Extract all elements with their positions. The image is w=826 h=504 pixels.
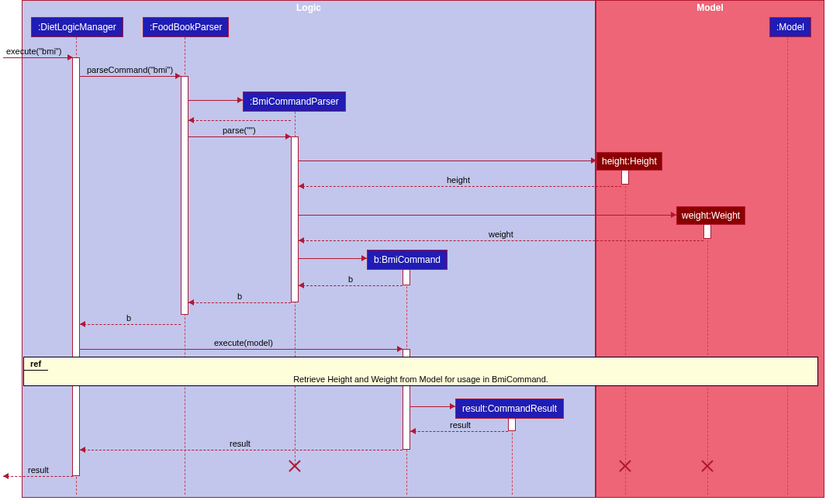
participant-model: :Model <box>769 17 811 37</box>
activation-height <box>621 169 629 185</box>
label-parsecommand: parseCommand("bmi") <box>87 65 173 74</box>
return-b-1 <box>299 285 403 286</box>
return-create-bcp <box>188 120 291 121</box>
label-b-3: b <box>126 313 131 323</box>
activation-weight <box>703 223 711 239</box>
arrowhead-create-bc <box>361 255 367 261</box>
return-b-2 <box>188 302 291 303</box>
ref-label: ref <box>24 357 48 371</box>
arrowhead-create-height <box>591 157 596 164</box>
destroy-bcp <box>289 460 301 472</box>
destroy-weight <box>701 460 714 472</box>
activation-result <box>508 417 516 431</box>
label-result-out: result <box>28 465 49 475</box>
participant-result: result:CommandResult <box>455 399 564 419</box>
arrowhead-create-weight <box>671 212 676 218</box>
arrowhead-return-b-1 <box>299 282 304 288</box>
arrowhead-return-bcp <box>188 117 194 123</box>
arrow-execute-model <box>80 349 403 350</box>
return-height <box>299 186 621 187</box>
return-b-3 <box>80 324 181 325</box>
return-result-out <box>3 476 73 477</box>
lifeline-height <box>625 171 626 495</box>
arrowhead-return-result-out <box>3 473 9 479</box>
arrowhead-return-b-2 <box>188 299 194 306</box>
label-result-1: result <box>450 420 471 430</box>
arrow-create-weight <box>299 215 676 216</box>
ref-fragment: ref Retrieve Height and Weight from Mode… <box>23 357 818 386</box>
label-height: height <box>447 175 470 185</box>
label-parse: parse("") <box>223 126 256 135</box>
label-execute-model: execute(model) <box>214 338 273 347</box>
activation-bcp <box>291 136 299 302</box>
arrow-create-bc <box>299 258 367 259</box>
arrow-create-height <box>299 161 596 161</box>
arrowhead-create-result <box>450 403 455 409</box>
label-b-2: b <box>237 292 242 301</box>
arrowhead-parse <box>285 133 291 140</box>
region-logic-title: Logic <box>22 1 595 15</box>
arrowhead-return-weight <box>299 237 304 243</box>
arrow-create-bcp <box>188 100 243 101</box>
arrow-execute-in <box>3 57 73 58</box>
return-result-1 <box>410 431 508 432</box>
region-model-title: Model <box>596 1 824 15</box>
participant-height: height:Height <box>596 152 662 171</box>
participant-bcp: :BmiCommandParser <box>243 91 346 112</box>
activation-dlm <box>72 57 80 476</box>
label-result-2: result <box>230 439 251 448</box>
label-execute-in: execute("bmi") <box>6 47 61 56</box>
arrow-parse <box>188 136 291 137</box>
return-result-2 <box>80 450 403 450</box>
arrowhead-execute-model <box>397 346 403 352</box>
destroy-height <box>619 460 631 472</box>
arrowhead-create-bcp <box>237 97 243 103</box>
arrowhead-return-result-1 <box>410 428 416 434</box>
ref-text: Retrieve Height and Weight from Model fo… <box>24 357 817 384</box>
participant-bc: b:BmiCommand <box>367 250 448 270</box>
region-model: Model <box>596 0 824 498</box>
lifeline-model <box>787 37 788 495</box>
arrowhead-parsecommand <box>175 73 181 79</box>
arrowhead-return-b-3 <box>80 321 85 327</box>
return-weight <box>299 240 703 241</box>
arrow-create-result <box>410 406 455 407</box>
participant-foodbookparser: :FoodBookParser <box>143 17 229 37</box>
arrowhead-return-result-2 <box>80 447 85 453</box>
arrowhead-return-height <box>299 183 304 189</box>
label-b-1: b <box>348 274 353 284</box>
label-weight: weight <box>489 230 513 239</box>
participant-weight: weight:Weight <box>676 206 745 225</box>
activation-fbp <box>181 76 188 315</box>
arrow-parsecommand <box>80 76 181 77</box>
participant-dietlogicmanager: :DietLogicManager <box>31 17 123 37</box>
